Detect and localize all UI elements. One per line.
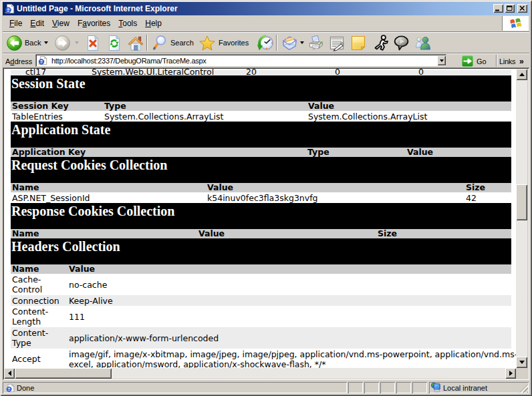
trace-cell: System.Collections.ArrayList <box>104 112 223 122</box>
toolbar-separator <box>276 35 277 51</box>
status-bar: Done Local intranet <box>3 380 529 395</box>
go-icon <box>461 55 474 67</box>
go-label: Go <box>477 57 487 65</box>
menu-tools[interactable]: Tools <box>114 19 141 28</box>
column-header-cell: Size <box>378 229 397 238</box>
forward-dropdown-icon <box>75 41 79 44</box>
refresh-button[interactable] <box>107 33 122 53</box>
trace-cell: 42 <box>466 193 477 203</box>
toolbar-separator <box>146 35 148 51</box>
forward-icon <box>55 35 70 51</box>
status-panel-small <box>396 382 411 393</box>
column-header-row: Application KeyTypeValue <box>11 148 511 157</box>
url-dropdown-button[interactable] <box>437 55 446 65</box>
trace-page: ctl17System.Web.UI.LiteralControl2000Ses… <box>11 69 516 368</box>
address-label: Address <box>5 57 32 65</box>
trace-row: Content-Length111 <box>11 306 511 327</box>
horizontal-scrollbar[interactable] <box>4 368 516 379</box>
discuss-button[interactable] <box>393 33 410 53</box>
back-label: Back <box>25 39 41 47</box>
vertical-scrollbar[interactable] <box>516 69 527 368</box>
zone-text: Local intranet <box>443 384 487 392</box>
favorites-button[interactable]: Favorites <box>198 33 249 53</box>
print-button[interactable] <box>307 33 325 53</box>
scroll-left-icon <box>8 371 11 376</box>
trace-row: Content-Typeapplication/x-www-form-urlen… <box>11 327 511 349</box>
edit-button[interactable] <box>329 33 345 53</box>
menu-favorites[interactable]: Favorites <box>74 19 114 28</box>
column-header-cell: Size <box>466 183 485 192</box>
trace-cell: TableEntries <box>12 112 63 122</box>
minimize-icon <box>493 4 503 13</box>
trace-cell: Cache-Control <box>12 274 42 294</box>
back-icon <box>7 35 22 51</box>
note-button[interactable] <box>350 33 367 53</box>
horizontal-scroll-thumb[interactable] <box>15 368 112 379</box>
status-panel: Done <box>3 382 347 393</box>
close-button[interactable] <box>517 4 527 13</box>
trace-cell: Content-Type <box>12 328 48 348</box>
status-panel-small <box>412 382 427 393</box>
local-intranet-icon <box>430 382 442 393</box>
go-button[interactable]: Go <box>461 55 487 67</box>
resize-grip[interactable] <box>519 384 528 393</box>
page-viewport: ctl17System.Web.UI.LiteralControl2000Ses… <box>4 69 516 368</box>
vertical-scroll-thumb[interactable] <box>516 184 527 220</box>
address-bar: Address http://localhost:2337/DebugORama… <box>3 54 529 67</box>
trace-cell: Connection <box>12 296 59 306</box>
status-panel-small <box>348 382 363 393</box>
section-title: Request Cookies Collection <box>11 157 511 172</box>
address-field[interactable]: http://localhost:2337/DebugORama/TraceMe… <box>35 54 446 67</box>
scroll-right-button[interactable] <box>505 368 516 379</box>
url-dropdown-icon <box>440 59 444 62</box>
column-header-cell: Value <box>69 264 95 274</box>
trace-cell: Content-Length <box>12 307 48 327</box>
back-button[interactable]: Back <box>7 33 48 53</box>
scroll-right-icon <box>509 371 513 376</box>
url-text[interactable]: http://localhost:2337/DebugORama/TraceMe… <box>51 57 207 65</box>
messenger-man-icon <box>373 34 390 51</box>
trace-row: ConnectionKeep-Alive <box>11 295 511 306</box>
back-dropdown-icon[interactable] <box>44 41 48 44</box>
stop-button[interactable] <box>86 33 100 53</box>
trace-row: ASP.NET_SessionIdk54inuv0fec3fla3skg3nvf… <box>11 192 511 203</box>
section-header: Session State <box>11 75 511 102</box>
scroll-down-button[interactable] <box>516 357 527 368</box>
menu-view[interactable]: View <box>48 19 74 28</box>
history-button[interactable] <box>256 33 274 53</box>
content-frame: ctl17System.Web.UI.LiteralControl2000Ses… <box>3 67 529 380</box>
menu-edit[interactable]: Edit <box>26 19 48 28</box>
search-button[interactable]: Search <box>152 33 194 53</box>
ie-page-icon <box>4 3 15 14</box>
scroll-down-icon <box>519 361 525 364</box>
section-header: Headers Collection <box>11 238 511 264</box>
menu-file[interactable]: File <box>5 19 26 28</box>
status-panel-small <box>364 382 379 393</box>
links-label[interactable]: Links <box>499 57 515 65</box>
home-button[interactable] <box>127 33 144 53</box>
status-panel-small <box>380 382 395 393</box>
mail-dropdown-icon[interactable] <box>300 41 304 44</box>
url-page-icon <box>37 55 47 65</box>
section-title: Session State <box>11 75 511 91</box>
menu-help[interactable]: Help <box>141 19 166 28</box>
maximize-button[interactable] <box>505 4 515 13</box>
messenger-button[interactable] <box>373 33 390 53</box>
status-page-icon <box>5 383 15 393</box>
minimize-button[interactable] <box>493 4 503 13</box>
search-label: Search <box>170 39 194 47</box>
column-header-cell: Application Key <box>12 148 86 157</box>
close-icon <box>517 4 527 13</box>
scroll-up-button[interactable] <box>516 69 527 80</box>
trace-cell: no-cache <box>69 280 107 290</box>
scroll-left-button[interactable] <box>4 368 15 379</box>
column-header-row: NameValue <box>11 264 511 274</box>
mail-button[interactable] <box>281 33 304 53</box>
column-header-cell: Name <box>12 264 39 274</box>
title-bar[interactable]: Untitled Page - Microsoft Internet Explo… <box>3 2 529 15</box>
column-header-cell: Value <box>207 183 233 192</box>
links-chevron-icon[interactable]: » <box>519 57 524 66</box>
buddies-button[interactable] <box>414 33 432 53</box>
forward-button[interactable] <box>55 33 79 53</box>
scroll-up-icon <box>519 73 525 76</box>
